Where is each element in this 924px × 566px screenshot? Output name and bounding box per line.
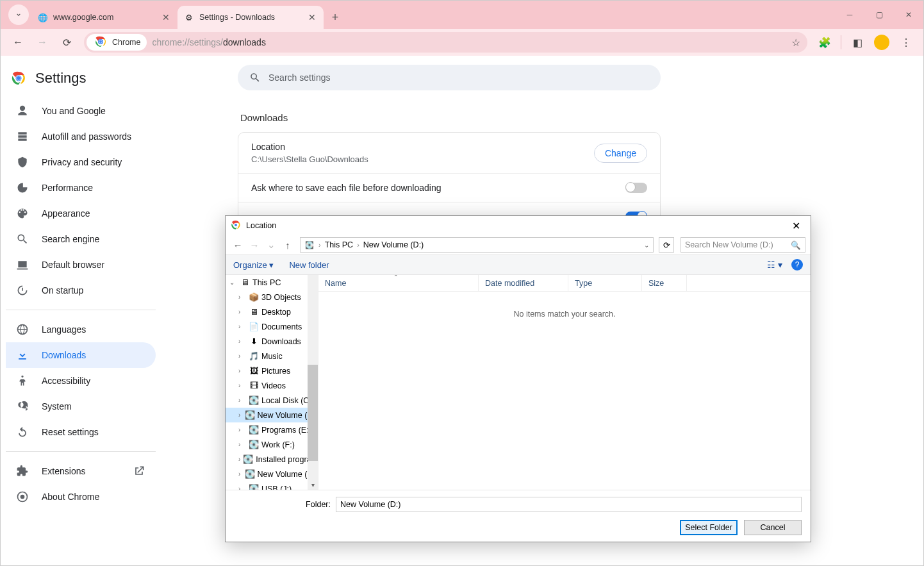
external-link-icon: [133, 465, 145, 478]
cancel-button[interactable]: Cancel: [744, 520, 802, 535]
close-window-button[interactable]: ✕: [894, 1, 923, 29]
col-size[interactable]: Size: [642, 275, 687, 291]
sidebar-item-search-engine[interactable]: Search engine: [6, 226, 156, 252]
sidebar-item-extensions[interactable]: Extensions: [6, 458, 156, 484]
settings-header: Settings: [6, 65, 156, 98]
folder-input[interactable]: [336, 497, 802, 512]
nav-label: Search engine: [42, 234, 99, 244]
nav-label: Accessibility: [42, 376, 90, 386]
back-button[interactable]: ←: [7, 31, 29, 53]
tree-item[interactable]: ›🖼Pictures: [226, 363, 318, 378]
tree-item[interactable]: ›⬇Downloads: [226, 334, 318, 349]
tree-item[interactable]: ›💽New Volume (H:): [226, 467, 318, 481]
breadcrumb-dropdown-icon[interactable]: ⌄: [644, 242, 649, 249]
sidebar-item-about-chrome[interactable]: About Chrome: [6, 484, 156, 510]
tree-item[interactable]: ›🖥Desktop: [226, 304, 318, 319]
minimize-button[interactable]: ─: [835, 1, 864, 29]
sidebar-item-autofill-and-passwords[interactable]: Autofill and passwords: [6, 124, 156, 149]
dlg-back-button[interactable]: ←: [231, 240, 245, 251]
bookmark-star-icon[interactable]: ☆: [787, 37, 805, 49]
search-settings-input[interactable]: Search settings: [238, 65, 661, 90]
sidebar-item-appearance[interactable]: Appearance: [6, 201, 156, 226]
tree-item[interactable]: ›📦3D Objects: [226, 290, 318, 304]
maximize-button[interactable]: ▢: [864, 1, 894, 29]
col-date[interactable]: Date modified: [479, 275, 568, 291]
sidebar-item-system[interactable]: System: [6, 394, 156, 419]
folder-icon: 🎵: [249, 351, 259, 362]
dlg-forward-button[interactable]: →: [247, 240, 261, 251]
sidebar-item-downloads[interactable]: Downloads: [6, 342, 156, 368]
tree-item[interactable]: ›💽Installed programs: [226, 452, 318, 467]
folder-icon: 🖼: [249, 366, 259, 376]
tree-label: Music: [261, 352, 283, 361]
close-icon[interactable]: ✕: [307, 12, 317, 22]
breadcrumb-segment[interactable]: This PC: [325, 240, 353, 249]
tree-item[interactable]: ›🎞Videos: [226, 378, 318, 393]
nav-icon: [16, 323, 29, 336]
change-button[interactable]: Change: [594, 144, 647, 163]
chevron-right-icon: ›: [238, 294, 246, 301]
tab-search-button[interactable]: [8, 4, 29, 25]
sidebar-item-on-startup[interactable]: On startup: [6, 278, 156, 303]
tree-this-pc[interactable]: ⌄ 🖥 This PC: [226, 275, 318, 290]
ask-toggle[interactable]: [625, 183, 647, 193]
omnibox[interactable]: Chrome chrome://settings/downloads ☆: [84, 32, 807, 53]
sidebar-item-default-browser[interactable]: Default browser: [6, 252, 156, 278]
scroll-down-button[interactable]: ▾: [308, 479, 318, 490]
chrome-icon: [231, 220, 241, 232]
menu-button[interactable]: ⋮: [895, 31, 917, 53]
sidebar-item-accessibility[interactable]: Accessibility: [6, 368, 156, 394]
dlg-up-button[interactable]: ↑: [281, 240, 295, 251]
new-folder-button[interactable]: New folder: [289, 260, 329, 270]
new-tab-button[interactable]: +: [326, 8, 344, 26]
window-controls: ─ ▢ ✕: [835, 1, 923, 29]
col-name[interactable]: Name⌃: [318, 275, 479, 291]
dialog-search-input[interactable]: Search New Volume (D:) 🔍: [681, 237, 805, 253]
view-mode-button[interactable]: ☷ ▾: [767, 260, 782, 270]
tree-item[interactable]: ›💽Programs (E:): [226, 422, 318, 437]
search-icon: 🔍: [791, 240, 801, 250]
organize-menu[interactable]: Organize ▾: [233, 260, 274, 270]
tree-item[interactable]: ›💽Local Disk (C:): [226, 393, 318, 408]
tree-item[interactable]: ›💽Work (F:): [226, 437, 318, 452]
breadcrumb-segment[interactable]: New Volume (D:): [363, 240, 424, 249]
breadcrumb[interactable]: 💽 › This PC › New Volume (D:) ⌄: [300, 237, 654, 253]
chevron-right-icon: ›: [238, 441, 246, 448]
sidebar-item-privacy-and-security[interactable]: Privacy and security: [6, 149, 156, 175]
nav-divider: [6, 310, 156, 310]
side-panel-icon[interactable]: ◧: [846, 31, 868, 53]
tab-settings[interactable]: ⚙ Settings - Downloads ✕: [177, 6, 324, 29]
sidebar-item-you-and-google[interactable]: You and Google: [6, 98, 156, 124]
sidebar-item-languages[interactable]: Languages: [6, 317, 156, 342]
sidebar-item-reset-settings[interactable]: Reset settings: [6, 419, 156, 445]
dialog-close-button[interactable]: ✕: [786, 220, 805, 232]
scrollbar-thumb[interactable]: [308, 365, 318, 461]
tab-google[interactable]: 🌐 www.google.com ✕: [31, 6, 177, 29]
forward-button[interactable]: →: [31, 31, 53, 53]
chevron-right-icon: ›: [238, 485, 246, 490]
close-icon[interactable]: ✕: [161, 12, 171, 22]
sidebar-item-performance[interactable]: Performance: [6, 175, 156, 201]
search-placeholder: Search New Volume (D:): [685, 240, 791, 249]
tree-item[interactable]: ›📄Documents: [226, 319, 318, 334]
refresh-button[interactable]: ⟳: [659, 237, 674, 253]
help-icon[interactable]: ?: [791, 259, 803, 271]
tree-item[interactable]: ›💽USB (J:): [226, 481, 318, 490]
folder-icon: 💽: [245, 410, 255, 420]
tree-label: Programs (E:): [261, 426, 311, 435]
nav-icon: [16, 181, 29, 194]
chrome-chip[interactable]: Chrome: [87, 34, 147, 51]
profile-avatar[interactable]: [871, 31, 893, 53]
nav-label: Reset settings: [42, 427, 99, 437]
reload-button[interactable]: ⟳: [56, 31, 78, 53]
settings-title: Settings: [35, 70, 87, 87]
tree-label: Local Disk (C:): [261, 396, 314, 405]
select-folder-button[interactable]: Select Folder: [680, 520, 738, 535]
dlg-recent-button[interactable]: ⌄: [264, 239, 278, 251]
nav-icon: [16, 130, 29, 143]
extensions-icon[interactable]: 🧩: [814, 31, 836, 53]
col-type[interactable]: Type: [568, 275, 642, 291]
tree-item[interactable]: ›💽New Volume (D:): [226, 408, 318, 422]
tree-item[interactable]: ›🎵Music: [226, 349, 318, 363]
nav-icon: [16, 349, 29, 362]
